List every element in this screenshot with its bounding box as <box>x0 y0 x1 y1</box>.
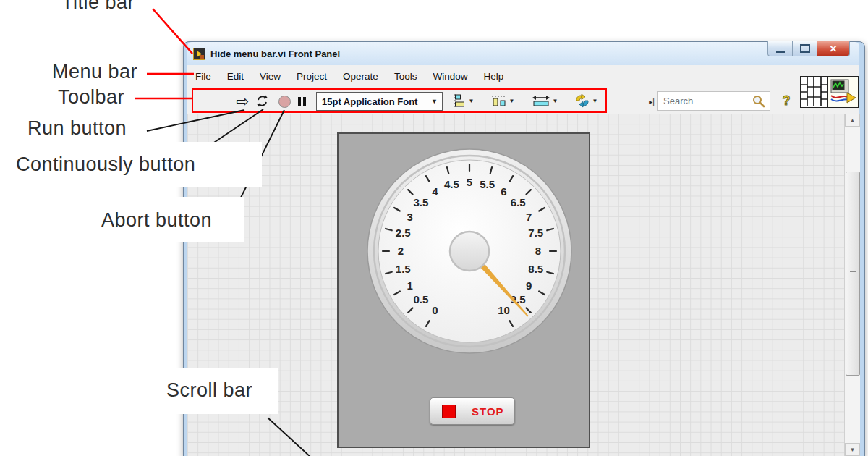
gauge-tick-label: 8.5 <box>528 263 543 275</box>
title-bar-callout: Title bar <box>61 0 135 14</box>
stop-square-icon <box>442 405 456 418</box>
gauge-tick-label: 7 <box>526 211 532 223</box>
toolbar-collapse-button[interactable]: ▸| <box>647 95 657 108</box>
align-objects-button[interactable]: ▼ <box>447 93 477 109</box>
chevron-down-icon: ▼ <box>592 98 598 104</box>
run-button-callout: Run button <box>27 117 127 140</box>
scroll-up-button[interactable]: ▲ <box>845 114 860 127</box>
menu-file[interactable]: File <box>187 71 219 82</box>
stop-button[interactable]: STOP <box>430 397 515 425</box>
font-selector[interactable]: 15pt Application Font ▼ <box>316 92 443 111</box>
thumb-grip-icon <box>850 271 856 272</box>
gauge-tick-label: 6 <box>501 185 506 198</box>
gauge-tick-label: 4.5 <box>444 178 459 190</box>
chevron-down-icon: ▼ <box>469 98 475 104</box>
gauge-tick-label: 0.5 <box>413 293 428 305</box>
run-continuously-button[interactable] <box>253 93 271 108</box>
menu-bar-callout: Menu bar <box>52 61 137 83</box>
run-continuously-icon <box>255 94 269 108</box>
menu-operate[interactable]: Operate <box>335 71 386 82</box>
pause-button[interactable] <box>295 94 308 109</box>
search-input[interactable] <box>658 96 752 106</box>
close-button[interactable]: ✕ <box>817 41 850 56</box>
gauge-tick-label: 2 <box>398 245 404 257</box>
abort-button-callout: Abort button <box>101 209 212 232</box>
arrow-up-icon: ▲ <box>850 117 856 124</box>
pause-icon <box>298 97 306 106</box>
gauge-tick-label: 8 <box>535 245 541 257</box>
window-controls: ✕ <box>767 41 850 56</box>
gauge-tick-label: 5 <box>467 176 472 188</box>
gauge-tick-label: 0 <box>432 304 438 316</box>
stop-button-label: STOP <box>472 405 504 418</box>
gauge-tick-label: 1.5 <box>396 263 411 275</box>
menu-project[interactable]: Project <box>289 71 335 82</box>
search-box <box>657 91 770 111</box>
reorder-button[interactable]: ▼ <box>570 93 602 109</box>
connector-pane-icon <box>801 77 827 107</box>
gauge-tick-label: 3 <box>407 211 413 223</box>
vi-titlebar-icon <box>193 48 205 60</box>
gauge-tick-label: 6.5 <box>511 196 526 208</box>
gauge-tick-label: 4 <box>432 185 438 198</box>
close-icon: ✕ <box>830 43 838 54</box>
menu-edit[interactable]: Edit <box>219 71 252 82</box>
context-help-button[interactable]: ? <box>778 93 794 109</box>
scrollbar-thumb[interactable] <box>846 172 860 376</box>
gauge-hub <box>450 232 489 271</box>
font-selector-value: 15pt Application Font <box>317 96 431 107</box>
search-icon[interactable] <box>752 94 766 109</box>
gauge-tick-label: 10 <box>498 304 510 316</box>
chevron-down-icon: ▼ <box>431 98 442 105</box>
run-icon: ⇨ <box>236 93 249 109</box>
continuously-button-callout: Continuously button <box>16 153 195 176</box>
run-button[interactable]: ⇨ <box>234 93 250 108</box>
arrow-down-icon: ▼ <box>850 447 856 453</box>
scroll-bar-callout: Scroll bar <box>166 379 252 402</box>
collapse-arrow-icon: ▸| <box>649 98 655 106</box>
menu-window[interactable]: Window <box>425 71 475 82</box>
abort-button[interactable] <box>277 94 292 109</box>
distribute-objects-button[interactable]: ▼ <box>488 93 518 109</box>
window-title: Hide menu bar.vi Front Panel <box>210 48 340 59</box>
menu-tools[interactable]: Tools <box>386 71 425 82</box>
vi-icon-image <box>828 77 858 107</box>
gauge-tick-label: 9 <box>526 279 532 292</box>
title-bar[interactable]: Hide menu bar.vi Front Panel <box>187 42 859 65</box>
maximize-icon <box>800 44 810 53</box>
scroll-down-button[interactable]: ▼ <box>845 443 860 456</box>
thumb-grip-icon <box>850 274 856 274</box>
help-icon: ? <box>783 93 791 109</box>
menu-bar: File Edit View Project Operate Tools Win… <box>187 65 859 87</box>
connector-pane[interactable] <box>800 76 828 108</box>
menu-view[interactable]: View <box>252 71 289 82</box>
align-objects-icon <box>451 93 467 108</box>
maximize-button[interactable] <box>793 41 817 56</box>
distribute-objects-icon <box>491 93 507 108</box>
minimize-icon <box>776 51 785 53</box>
thumb-grip-icon <box>850 276 856 276</box>
gauge-tick-label: 5.5 <box>480 178 495 190</box>
page: Hide menu bar.vi Front Panel ✕ File Edit… <box>0 0 868 456</box>
resize-objects-icon <box>532 93 550 108</box>
vi-icon[interactable] <box>827 76 859 108</box>
reorder-icon <box>574 93 590 108</box>
vertical-scrollbar[interactable]: ▲ ▼ <box>844 114 860 456</box>
gauge-tick-label: 7.5 <box>528 227 543 239</box>
gauge-tick-label: 1 <box>407 279 413 292</box>
chevron-down-icon: ▼ <box>553 98 558 104</box>
minimize-button[interactable] <box>767 41 793 56</box>
resize-objects-button[interactable]: ▼ <box>528 93 561 109</box>
gauge-tick-label: 2.5 <box>396 227 411 239</box>
abort-icon <box>278 96 291 108</box>
menu-help[interactable]: Help <box>475 71 511 82</box>
toolbar-callout: Toolbar <box>58 86 124 109</box>
gauge-tick-label: 3.5 <box>413 196 428 208</box>
chevron-down-icon: ▼ <box>509 98 515 104</box>
